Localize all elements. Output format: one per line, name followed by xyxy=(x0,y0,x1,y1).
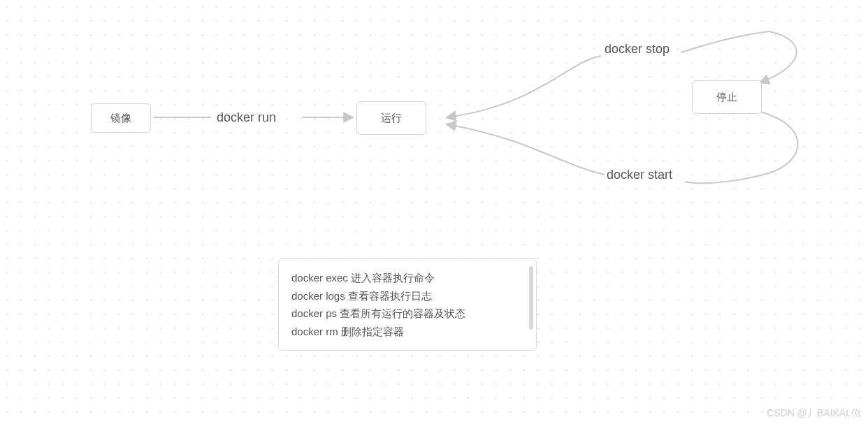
connectors-svg xyxy=(0,0,868,424)
edge-stop-bridge xyxy=(681,31,769,52)
info-line-2: docker ps 查看所有运行的容器及状态 xyxy=(291,305,523,323)
scrollbar-thumb[interactable] xyxy=(529,266,533,330)
node-stopped-label: 停止 xyxy=(716,91,737,104)
info-line-1: docker logs 查看容器执行日志 xyxy=(291,287,523,305)
node-running: 运行 xyxy=(356,101,426,135)
edge-run-label: docker run xyxy=(217,110,276,125)
edge-stop-into-stopped xyxy=(760,31,797,82)
node-image: 镜像 xyxy=(91,103,151,133)
edge-start-bridge xyxy=(685,173,769,183)
edge-start-out xyxy=(760,112,798,173)
edge-stop-label: docker stop xyxy=(605,42,670,57)
node-stopped: 停止 xyxy=(692,80,762,114)
node-image-label: 镜像 xyxy=(110,112,131,125)
info-line-0: docker exec 进入容器执行命令 xyxy=(291,269,523,287)
watermark: CSDN @丿BAIKAL巛 xyxy=(767,407,861,420)
edge-start-label: docker start xyxy=(607,168,672,182)
info-box: docker exec 进入容器执行命令 docker logs 查看容器执行日… xyxy=(278,258,537,351)
info-line-3: docker rm 删除指定容器 xyxy=(291,323,523,341)
edge-stop-curve xyxy=(447,56,601,117)
edge-start-curve xyxy=(447,124,605,175)
node-running-label: 运行 xyxy=(381,112,402,125)
